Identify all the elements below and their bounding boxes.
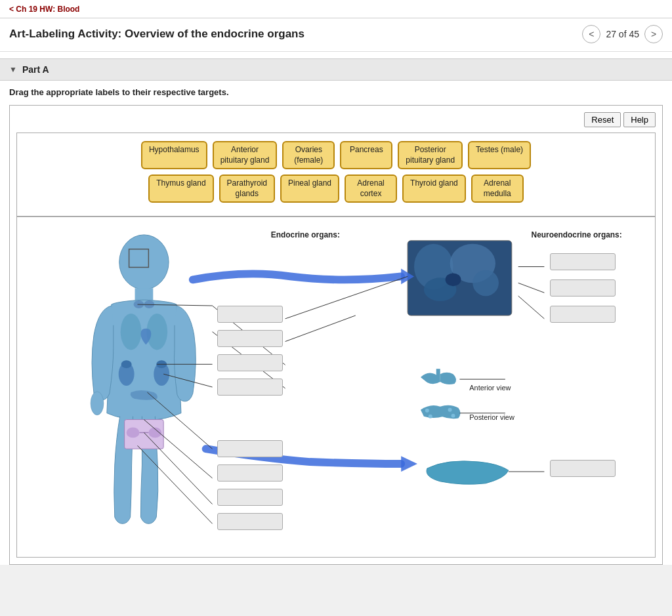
page-info: 27 of 45 <box>606 29 639 39</box>
activity-toolbar: Reset Help <box>16 112 656 127</box>
svg-line-38 <box>144 433 212 504</box>
prev-button[interactable]: < <box>582 25 600 43</box>
svg-line-36 <box>147 392 212 449</box>
label-thymus[interactable]: Thymus gland <box>148 175 213 203</box>
dropbox-pancreas[interactable] <box>550 460 616 477</box>
svg-point-8 <box>119 363 135 386</box>
reset-button[interactable]: Reset <box>584 112 621 127</box>
anterior-view-text: Anterior view <box>469 384 511 392</box>
svg-line-41 <box>518 283 545 293</box>
svg-point-20 <box>424 278 457 302</box>
dropbox-neuro-1[interactable] <box>550 253 616 270</box>
svg-point-18 <box>450 244 495 283</box>
label-pancreas[interactable]: Pancreas <box>340 141 392 169</box>
label-hypothalamus[interactable]: Hypothalamus <box>141 141 207 169</box>
label-ovaries[interactable]: Ovaries(female) <box>282 141 335 169</box>
svg-rect-23 <box>436 369 440 382</box>
part-section: ▼ Part A <box>0 58 672 81</box>
label-row-1: Hypothalamus Anteriorpituitary gland Ova… <box>22 141 650 169</box>
label-posterior-pituitary[interactable]: Posteriorpituitary gland <box>398 141 463 169</box>
svg-point-26 <box>448 408 452 412</box>
svg-rect-3 <box>129 249 149 268</box>
svg-line-35 <box>163 375 212 388</box>
svg-marker-22 <box>401 269 414 285</box>
dropbox-neuro-2[interactable] <box>550 279 616 297</box>
label-adrenal-cortex[interactable]: Adrenalcortex <box>345 175 397 203</box>
svg-point-24 <box>425 409 429 413</box>
neuroendocrine-label: Neuroendocrine organs: <box>532 230 622 239</box>
svg-rect-16 <box>408 241 512 316</box>
part-arrow[interactable]: ▼ <box>9 65 17 74</box>
label-parathyroid[interactable]: Parathyroidglands <box>219 175 275 203</box>
svg-point-27 <box>452 414 455 418</box>
svg-point-14 <box>148 428 161 438</box>
dropbox-1[interactable] <box>217 306 283 323</box>
svg-line-39 <box>137 446 212 524</box>
label-thyroid[interactable]: Thyroid gland <box>402 175 466 203</box>
svg-point-4 <box>134 300 144 308</box>
dropbox-3[interactable] <box>217 354 283 371</box>
svg-rect-12 <box>125 420 164 449</box>
svg-point-9 <box>154 363 169 386</box>
svg-line-29 <box>285 277 408 319</box>
svg-point-17 <box>414 244 453 289</box>
svg-point-0 <box>119 235 169 289</box>
activity-box: Reset Help Hypothalamus Anteriorpituitar… <box>9 105 663 565</box>
svg-line-33 <box>137 304 212 306</box>
dropbox-neuro-3[interactable] <box>550 306 616 323</box>
svg-line-42 <box>518 297 545 319</box>
diagram-area: Endocrine organs: Neuroendocrine organs:… <box>16 216 656 558</box>
label-pineal[interactable]: Pineal gland <box>280 175 339 203</box>
svg-line-37 <box>144 420 212 478</box>
svg-point-2 <box>91 392 104 415</box>
dropbox-6[interactable] <box>217 464 283 482</box>
label-anterior-pituitary[interactable]: Anteriorpituitary gland <box>213 141 278 169</box>
help-button[interactable]: Help <box>623 112 656 127</box>
svg-point-10 <box>121 361 132 369</box>
page-title: Art-Labeling Activity: Overview of the e… <box>9 28 304 41</box>
svg-point-5 <box>144 300 154 308</box>
svg-point-21 <box>446 274 461 287</box>
dropbox-7[interactable] <box>217 489 283 506</box>
label-row-2: Thymus gland Parathyroidglands Pineal gl… <box>22 175 650 203</box>
instructions: Drag the appropriate labels to their res… <box>0 81 672 105</box>
svg-point-25 <box>429 415 432 419</box>
posterior-view-text: Posterior view <box>469 413 514 421</box>
dropbox-8[interactable] <box>217 513 283 530</box>
next-button[interactable]: > <box>644 25 663 43</box>
svg-point-6 <box>121 314 142 350</box>
svg-point-7 <box>146 314 167 350</box>
svg-marker-28 <box>401 457 417 472</box>
dropbox-5[interactable] <box>217 440 283 457</box>
svg-point-13 <box>127 428 140 438</box>
label-adrenal-medulla[interactable]: Adrenalmedulla <box>471 175 524 203</box>
back-link[interactable]: < Ch 19 HW: Blood <box>9 5 79 14</box>
pagination: < 27 of 45 > <box>582 25 663 43</box>
part-label: Part A <box>22 64 49 75</box>
svg-rect-1 <box>135 289 154 305</box>
svg-line-30 <box>285 316 356 342</box>
label-testes[interactable]: Testes (male) <box>468 141 531 169</box>
svg-point-11 <box>156 361 167 369</box>
dropbox-2[interactable] <box>217 330 283 347</box>
endocrine-label: Endocrine organs: <box>271 230 340 239</box>
svg-point-19 <box>472 270 499 297</box>
dropbox-4[interactable] <box>217 379 283 396</box>
label-area: Hypothalamus Anteriorpituitary gland Ova… <box>16 133 656 216</box>
